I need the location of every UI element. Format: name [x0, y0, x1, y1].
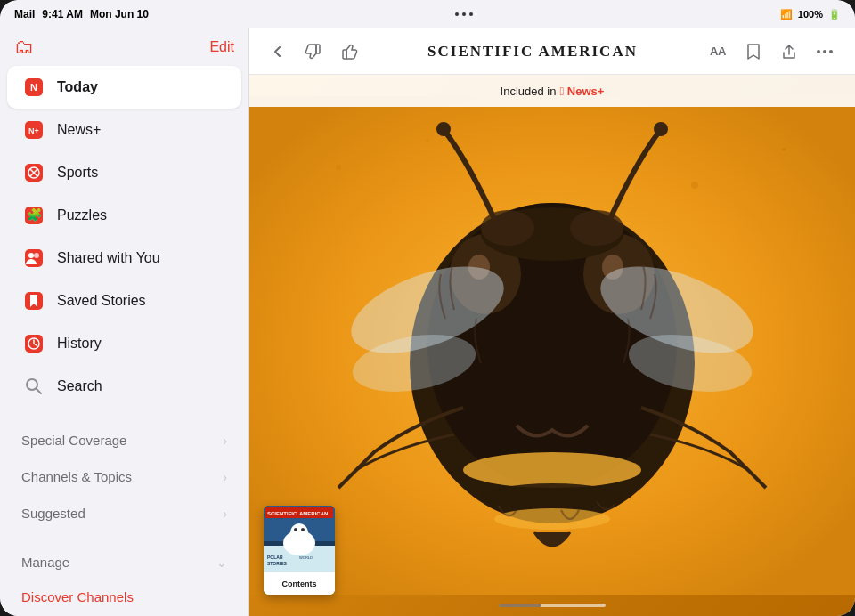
header-left: [264, 37, 363, 66]
battery-icon: 🔋: [828, 9, 841, 20]
battery-text: 100%: [798, 9, 823, 20]
svg-point-38: [481, 483, 623, 510]
manage-label: Manage: [21, 555, 69, 570]
device-frame: Mail 9:41 AM Mon Jun 10 📶 100% 🔋 🗂 Edit: [0, 0, 855, 616]
status-bar: Mail 9:41 AM Mon Jun 10 📶 100% 🔋: [0, 0, 855, 28]
back-button[interactable]: [264, 37, 292, 66]
sidebar: 🗂 Edit N Today: [0, 28, 249, 616]
svg-point-25: [782, 148, 786, 151]
svg-point-18: [823, 50, 826, 53]
bookmark-button[interactable]: [737, 36, 770, 68]
dot-1: [455, 12, 459, 16]
svg-rect-15: [316, 45, 320, 53]
suggested-label: Suggested: [21, 506, 86, 521]
manage-section: Manage ⌄ Discover Channels Notifications…: [0, 542, 248, 616]
svg-text:N: N: [30, 82, 37, 93]
bee-illustration: [249, 75, 855, 616]
share-button[interactable]: [773, 36, 805, 68]
news-plus-banner: Included in  News+: [249, 75, 855, 107]
news-plus-text: Included in: [501, 85, 557, 98]
app-name: Mail: [14, 8, 35, 20]
more-button[interactable]: [809, 36, 841, 68]
history-label: History: [57, 336, 102, 352]
discover-channels-link[interactable]: Discover Channels: [0, 580, 248, 613]
status-left: Mail 9:41 AM Mon Jun 10: [14, 8, 149, 20]
manage-header[interactable]: Manage ⌄: [7, 546, 241, 579]
sidebar-item-today[interactable]: N Today: [7, 66, 241, 109]
svg-point-51: [290, 523, 308, 541]
svg-point-32: [436, 122, 451, 136]
news-plus-logo:  News+: [559, 85, 604, 98]
suggested-row[interactable]: Suggested ›: [7, 495, 241, 531]
today-icon: N: [21, 75, 46, 100]
header-right: AA: [702, 36, 841, 68]
puzzles-icon: 🧩: [21, 203, 46, 228]
newsplus-icon: N+: [21, 118, 46, 142]
wifi-icon: 📶: [780, 9, 793, 20]
sidebar-item-newsplus[interactable]: N+ News+: [7, 109, 241, 151]
article-content: Included in  News+: [249, 75, 855, 616]
sidebar-item-search[interactable]: Search: [7, 365, 241, 408]
newsplus-label: News+: [57, 122, 101, 138]
article-header: SCIENTIFIC AMERICAN AA: [249, 28, 855, 75]
channels-topics-row[interactable]: Channels & Topics ›: [7, 458, 241, 495]
sidebar-nav: N Today N+ News+: [0, 62, 248, 411]
page-indicator: [499, 604, 606, 607]
svg-point-53: [301, 528, 305, 531]
svg-point-39: [494, 508, 610, 530]
article-title: SCIENTIFIC AMERICAN: [428, 43, 638, 61]
sidebar-item-puzzles[interactable]: 🧩 Puzzles: [7, 194, 241, 237]
special-coverage-label: Special Coverage: [21, 433, 126, 448]
folder-icon: 🗂: [14, 36, 34, 59]
status-right: 📶 100% 🔋: [780, 9, 841, 20]
sidebar-item-shared[interactable]: Shared with You: [7, 237, 241, 280]
svg-point-19: [829, 50, 833, 53]
today-label: Today: [57, 79, 98, 95]
svg-point-23: [426, 139, 429, 142]
saved-icon: [21, 288, 46, 313]
font-size-button[interactable]: AA: [702, 36, 734, 68]
dot-2: [462, 12, 466, 16]
sidebar-item-sports[interactable]: Sports: [7, 151, 241, 194]
puzzles-label: Puzzles: [57, 207, 107, 223]
thumbnail-image: SCIENTIFIC AMERICAN POLAR STORIES: [264, 506, 335, 572]
special-coverage-row[interactable]: Special Coverage ›: [7, 422, 241, 458]
svg-point-36: [570, 210, 623, 246]
svg-text:WORLD: WORLD: [299, 555, 313, 560]
dislike-button[interactable]: [299, 37, 328, 66]
article-image: Included in  News+: [249, 75, 855, 616]
sidebar-item-saved[interactable]: Saved Stories: [7, 280, 241, 322]
svg-point-22: [336, 165, 341, 170]
svg-text:POLAR: POLAR: [267, 555, 283, 560]
svg-text:🧩: 🧩: [27, 207, 43, 223]
svg-text:N+: N+: [28, 126, 39, 135]
thumbnail-label: Contents: [264, 572, 335, 595]
date: Mon Jun 10: [90, 8, 149, 20]
page-indicator-fill: [499, 604, 542, 607]
svg-point-35: [481, 210, 534, 246]
shared-icon: [21, 246, 46, 271]
edit-button[interactable]: Edit: [209, 39, 234, 55]
svg-text:STORIES: STORIES: [267, 561, 288, 566]
svg-point-17: [817, 50, 820, 53]
svg-point-52: [294, 528, 297, 531]
manage-links: Discover Channels Notifications & Email …: [0, 579, 248, 616]
sidebar-item-history[interactable]: History: [7, 322, 241, 365]
svg-text:AMERICAN: AMERICAN: [299, 511, 328, 516]
saved-label: Saved Stories: [57, 293, 146, 309]
svg-point-9: [28, 253, 34, 258]
main-layout: 🗂 Edit N Today: [0, 28, 855, 616]
like-button[interactable]: [335, 37, 363, 66]
history-icon: [21, 331, 46, 356]
svg-rect-16: [343, 50, 346, 59]
sports-icon: [21, 160, 46, 185]
time: 9:41 AM: [42, 8, 83, 20]
search-label: Search: [57, 378, 102, 394]
chevron-right-icon-2: ›: [223, 470, 227, 484]
status-dots: [455, 12, 473, 16]
sidebar-header: 🗂 Edit: [0, 28, 248, 62]
thumbnail-overlay[interactable]: SCIENTIFIC AMERICAN POLAR STORIES: [264, 506, 335, 595]
shared-label: Shared with You: [57, 250, 160, 266]
content-area: SCIENTIFIC AMERICAN AA: [249, 28, 855, 616]
svg-text:SCIENTIFIC: SCIENTIFIC: [267, 511, 297, 516]
